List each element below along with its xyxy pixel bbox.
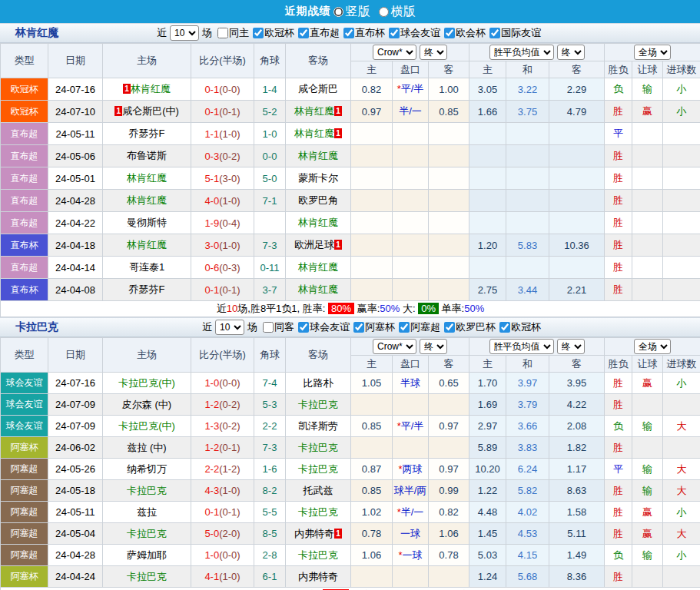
- match-row: 阿塞杯24-04-24卡拉巴克4-1(1-0)6-1内弗特奇1.245.688.…: [1, 566, 700, 588]
- summary-row: 近10场, 胜7平1负2, 胜率: 70% 赢率:42.8% 大:57.1% 单…: [1, 588, 700, 590]
- scope-select[interactable]: 全场: [634, 339, 671, 354]
- corner-cell: 7-1: [254, 190, 286, 212]
- odds-home-cell: [351, 167, 393, 190]
- team-name-text: 林肯红魔: [127, 172, 167, 184]
- avg-draw-cell: 5.68: [506, 566, 549, 588]
- team-name-text: 内弗特奇: [298, 571, 338, 582]
- team-name-text: 林肯红魔: [294, 128, 334, 139]
- avg-draw-cell: 3.66: [506, 416, 549, 437]
- odds-dropdowns-header: Crow*终: [351, 44, 469, 61]
- avg-draw-cell: 3.75: [506, 101, 549, 123]
- team-name-text: 兹拉: [137, 506, 157, 518]
- league-checkbox[interactable]: [444, 322, 455, 333]
- team-cell: 林肯红魔: [286, 145, 351, 167]
- summary-cell: 近10场,胜8平1负1, 胜率: 80% 赢率:50% 大: 0% 单率:50%: [1, 301, 700, 317]
- sub-column-header: 进球数: [663, 356, 700, 373]
- avg-home-cell: 1.66: [469, 101, 506, 123]
- league-checkbox[interactable]: [353, 322, 364, 333]
- league-checkbox[interactable]: [298, 322, 309, 333]
- team-cell: 内弗特奇: [286, 566, 351, 588]
- competition-type-cell: 直布超: [1, 123, 48, 145]
- result-handicap-cell: [632, 279, 663, 301]
- odds-home-cell: 1.06: [351, 545, 393, 566]
- rank-badge: 1: [334, 240, 342, 250]
- avg-home-cell: 10.20: [469, 459, 506, 480]
- match-row: 直布超24-04-28林肯红魔4-0(1-0)7-1欧罗巴角胜: [1, 190, 700, 212]
- summary-segment: 50%: [464, 303, 484, 314]
- league-checkbox[interactable]: [489, 28, 500, 38]
- league-checkbox[interactable]: [499, 322, 510, 333]
- result-goals-cell: [663, 212, 700, 234]
- odds-time-select[interactable]: 终: [420, 45, 447, 60]
- fulltime-score: 1-2: [204, 399, 219, 410]
- same-venue-checkbox[interactable]: [263, 322, 274, 333]
- summary-row: 近10场,胜8平1负1, 胜率: 80% 赢率:50% 大: 0% 单率:50%: [1, 301, 700, 317]
- layout-radio-horizontal[interactable]: [379, 7, 389, 17]
- halftime-score: (1-0): [219, 195, 240, 207]
- score-cell: 4-3(1-0): [191, 480, 254, 502]
- sub-column-header: 主: [469, 61, 506, 78]
- odds-time-select[interactable]: 终: [420, 339, 447, 354]
- avg-time-select[interactable]: 终: [557, 339, 585, 354]
- team-name-text: 皮尔森 (中): [122, 399, 171, 410]
- team-name-text: 欧洲足球: [294, 239, 334, 250]
- handicap-cell: [393, 279, 429, 301]
- handicap-cell: *平/半: [393, 416, 429, 437]
- summary-segment: 0%: [418, 303, 439, 314]
- near-label: 近: [157, 26, 167, 40]
- column-header: 比分(半场): [191, 338, 254, 373]
- corner-cell: 1-0: [254, 123, 286, 145]
- handicap-cell: [393, 167, 429, 190]
- score-cell: 0-1(0-1): [191, 502, 254, 523]
- league-checkbox[interactable]: [444, 28, 455, 38]
- avg-away-cell: 1.17: [549, 459, 605, 480]
- league-filter: 欧冠杯: [250, 26, 294, 40]
- avg-time-select[interactable]: 终: [557, 45, 585, 60]
- avg-metric-select[interactable]: 胜平负均值: [489, 45, 554, 60]
- avg-home-cell: [469, 123, 506, 145]
- avg-away-cell: 5.11: [549, 523, 605, 545]
- odds-away-cell: [429, 123, 469, 145]
- odds-company-select[interactable]: Crow*: [373, 339, 416, 354]
- competition-type-cell: 欧冠杯: [1, 101, 48, 123]
- recent-count-select[interactable]: 10: [215, 320, 244, 335]
- avg-away-cell: 10.36: [549, 234, 605, 257]
- fulltime-score: 1-3: [204, 420, 219, 432]
- league-checkbox[interactable]: [253, 28, 264, 38]
- column-header: 日期: [48, 338, 103, 373]
- fulltime-score: 0-1: [204, 506, 219, 518]
- score-cell: 0-6(0-3): [191, 257, 254, 279]
- avg-home-cell: [469, 167, 506, 190]
- team-name-text: 卡拉巴克: [127, 528, 167, 539]
- sub-column-header: 胜负: [605, 61, 632, 78]
- column-header: 客场: [286, 44, 351, 78]
- result-handicap-cell: 赢: [632, 523, 663, 545]
- league-checkbox[interactable]: [298, 28, 309, 38]
- layout-radio-vertical[interactable]: [333, 7, 343, 17]
- odds-company-select[interactable]: Crow*: [373, 45, 416, 60]
- team-cell: 卡拉巴克: [286, 459, 351, 480]
- recent-count-select[interactable]: 10: [170, 25, 199, 41]
- competition-type-cell: 阿塞杯: [1, 437, 48, 459]
- league-checkbox[interactable]: [399, 322, 410, 333]
- page-title: 近期战绩: [285, 5, 331, 18]
- date-cell: 24-07-16: [48, 78, 103, 101]
- result-goals-cell: 大: [663, 523, 700, 545]
- scope-select[interactable]: 全场: [634, 45, 671, 60]
- same-venue-checkbox[interactable]: [217, 28, 228, 38]
- competition-type-cell: 直布超: [1, 190, 48, 212]
- league-checkbox[interactable]: [389, 28, 400, 38]
- league-checkbox[interactable]: [343, 28, 354, 38]
- avg-home-cell: 5.89: [469, 437, 506, 459]
- handicap-cell: *平/半: [393, 78, 429, 101]
- sub-column-header: 主: [351, 356, 393, 373]
- handicap-cell: [393, 257, 429, 279]
- score-cell: 1-3(0-2): [191, 416, 254, 437]
- column-header: 类型: [1, 338, 48, 373]
- corner-cell: 5-2: [254, 101, 286, 123]
- match-row: 直布超24-04-22曼彻斯特1-9(0-4)林肯红魔胜: [1, 212, 700, 234]
- summary-segment: 单率:: [439, 303, 464, 314]
- result-winlose-cell: 胜: [605, 145, 632, 167]
- rank-badge: 1: [114, 106, 122, 116]
- avg-metric-select[interactable]: 胜平负均值: [489, 339, 554, 354]
